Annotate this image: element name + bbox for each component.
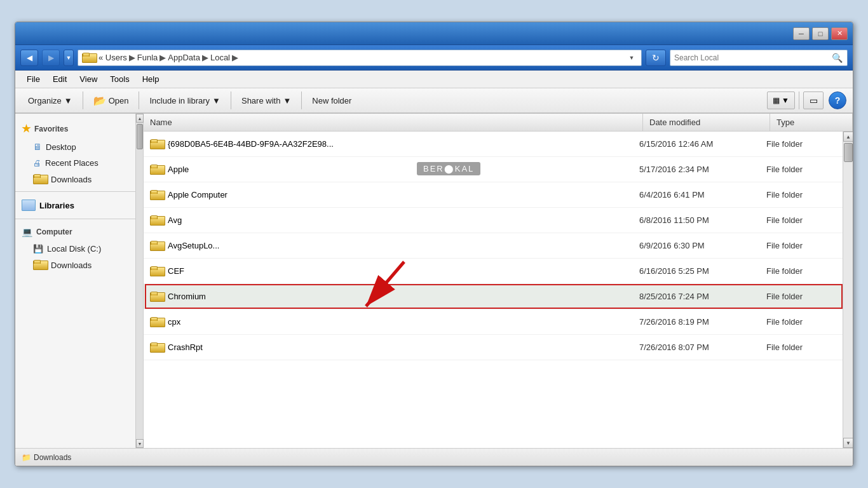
maximize-button[interactable]: □ xyxy=(812,27,829,40)
share-with-button[interactable]: Share with ▼ xyxy=(235,90,297,111)
file-name-cell: Chromium xyxy=(144,292,633,302)
explorer-window: ─ □ ✕ ◀ ▶ ▼ « Users ▶ Funla ▶ AppData ▶ … xyxy=(15,22,853,466)
folder-icon xyxy=(150,292,164,302)
views-button[interactable]: ▦ ▼ xyxy=(767,92,795,109)
organize-button[interactable]: Organize ▼ xyxy=(22,90,79,111)
minimize-button[interactable]: ─ xyxy=(793,27,810,40)
libraries-icon xyxy=(22,200,36,211)
address-path[interactable]: « Users ▶ Funla ▶ AppData ▶ Local ▶ ▼ xyxy=(78,50,642,66)
sidebar-scroll-track xyxy=(136,123,143,439)
organize-label: Organize xyxy=(28,96,62,105)
file-row[interactable]: CrashRpt 7/26/2016 8:07 PM File folder xyxy=(144,335,843,360)
right-scroll-track xyxy=(843,142,853,438)
open-button[interactable]: 📂 Open xyxy=(87,90,135,111)
menu-edit[interactable]: Edit xyxy=(46,72,73,86)
file-date: 7/26/2016 8:19 PM xyxy=(633,317,760,327)
right-scroll-thumb[interactable] xyxy=(844,143,853,162)
view-panel-button[interactable]: ▭ xyxy=(803,92,824,109)
file-row[interactable]: cpx 7/26/2016 8:19 PM File folder xyxy=(144,309,843,335)
chromium-name: Chromium xyxy=(168,292,206,301)
search-button[interactable]: 🔍 xyxy=(831,51,843,64)
libraries-label: Libraries xyxy=(39,201,74,210)
status-bar: 📁 Downloads xyxy=(15,448,853,466)
menu-tools[interactable]: Tools xyxy=(104,72,135,86)
path-sep-3: ▶ xyxy=(202,53,208,62)
computer-label: Computer xyxy=(36,227,72,236)
file-name-cell: Apple xyxy=(144,165,633,175)
toolbar-views: ▦ ▼ ▭ ? xyxy=(767,92,846,109)
path-segment-appdata[interactable]: AppData xyxy=(168,53,200,62)
file-date: 6/16/2016 5:25 PM xyxy=(633,266,760,276)
toolbar-separator-3 xyxy=(231,92,231,109)
search-box: 🔍 xyxy=(670,50,848,66)
file-name-cell: Avg xyxy=(144,215,633,226)
folder-icon xyxy=(150,241,164,251)
path-sep-2: ▶ xyxy=(159,53,166,62)
chromium-row[interactable]: Chromium 8/25/2016 7:24 PM File folder xyxy=(144,284,843,309)
title-bar-buttons: ─ □ ✕ xyxy=(793,27,848,40)
menu-view[interactable]: View xyxy=(73,72,104,86)
menu-bar: File Edit View Tools Help xyxy=(15,71,853,88)
scroll-down-button[interactable]: ▼ xyxy=(843,438,853,448)
sidebar-item-recent-places[interactable]: 🖨 Recent Places xyxy=(15,155,135,171)
path-dropdown-arrow[interactable]: ▼ xyxy=(626,51,637,64)
sidebar-item-downloads[interactable]: Downloads xyxy=(15,171,135,187)
help-button[interactable]: ? xyxy=(829,92,846,109)
back-button[interactable]: ◀ xyxy=(20,50,38,66)
folder-icon xyxy=(150,317,164,327)
menu-file[interactable]: File xyxy=(20,72,46,86)
path-segment-users[interactable]: « Users xyxy=(98,53,127,62)
main-area: ★ Favorites 🖥 Desktop 🖨 Recent Places Do… xyxy=(15,114,853,448)
col-header-date[interactable]: Date modified xyxy=(643,114,770,131)
toolbar-separator-1 xyxy=(83,92,83,109)
address-bar: ◀ ▶ ▼ « Users ▶ Funla ▶ AppData ▶ Local … xyxy=(15,45,853,71)
open-folder-icon: 📂 xyxy=(93,95,106,107)
scroll-up-button[interactable]: ▲ xyxy=(843,132,853,142)
include-library-button[interactable]: Include in library ▼ xyxy=(143,90,227,111)
sidebar-scroll-thumb[interactable] xyxy=(137,124,143,149)
menu-help[interactable]: Help xyxy=(136,72,166,86)
file-type: File folder xyxy=(760,317,843,327)
toolbar: Organize ▼ 📂 Open Include in library ▼ S… xyxy=(15,88,853,114)
new-folder-button[interactable]: New folder xyxy=(306,90,358,111)
status-item: 📁 Downloads xyxy=(22,453,71,462)
sidebar: ★ Favorites 🖥 Desktop 🖨 Recent Places Do… xyxy=(15,114,136,448)
file-type: File folder xyxy=(760,190,843,200)
sidebar-scroll-up[interactable]: ▲ xyxy=(136,114,144,123)
file-name-cell: AvgSetupLo... xyxy=(144,241,633,251)
favorites-label: Favorites xyxy=(34,125,68,133)
path-segment-local[interactable]: Local xyxy=(210,53,230,62)
file-list-area: Name Date modified Type {698D0BA5-6E4B-4… xyxy=(144,114,853,448)
file-row[interactable]: Apple 5/17/2016 2:34 PM File folder BER⬤… xyxy=(144,157,843,182)
refresh-button[interactable]: ↻ xyxy=(646,50,666,66)
toolbar-separator-5 xyxy=(799,92,799,109)
computer-icon: 💻 xyxy=(22,227,32,237)
col-header-type[interactable]: Type xyxy=(770,114,853,131)
search-input[interactable] xyxy=(674,53,831,62)
sidebar-item-desktop[interactable]: 🖥 Desktop xyxy=(15,139,135,155)
downloads-label: Downloads xyxy=(51,175,92,184)
file-row[interactable]: Avg 6/8/2016 11:50 PM File folder xyxy=(144,208,843,233)
close-button[interactable]: ✕ xyxy=(831,27,848,40)
sidebar-item-local-disk[interactable]: 💾 Local Disk (C:) xyxy=(15,241,135,257)
file-row[interactable]: CEF 6/16/2016 5:25 PM File folder xyxy=(144,259,843,284)
path-segment-funla[interactable]: Funla xyxy=(137,53,158,62)
file-name-cell: CEF xyxy=(144,266,633,276)
nav-dropdown-button[interactable]: ▼ xyxy=(64,50,74,66)
col-header-name[interactable]: Name xyxy=(144,114,643,131)
sidebar-libraries[interactable]: Libraries xyxy=(15,196,135,215)
toolbar-separator-2 xyxy=(139,92,139,109)
sidebar-scroll-down[interactable]: ▼ xyxy=(136,439,144,448)
column-headers: Name Date modified Type xyxy=(144,114,853,132)
file-name: cpx xyxy=(168,317,180,327)
open-label: Open xyxy=(109,96,129,105)
file-type: File folder xyxy=(760,266,843,276)
file-row[interactable]: Apple Computer 6/4/2016 6:41 PM File fol… xyxy=(144,182,843,208)
file-row[interactable]: {698D0BA5-6E4B-44BD-9F9A-AA32F2E98... 6/… xyxy=(144,132,843,157)
file-row[interactable]: AvgSetupLo... 6/9/2016 6:30 PM File fold… xyxy=(144,233,843,259)
organize-dropdown-icon: ▼ xyxy=(64,96,72,105)
sidebar-item-downloads2[interactable]: Downloads xyxy=(15,257,135,273)
sidebar-scrollbar: ▲ ▼ xyxy=(136,114,144,448)
forward-button[interactable]: ▶ xyxy=(42,50,60,66)
folder-icon xyxy=(150,342,164,353)
